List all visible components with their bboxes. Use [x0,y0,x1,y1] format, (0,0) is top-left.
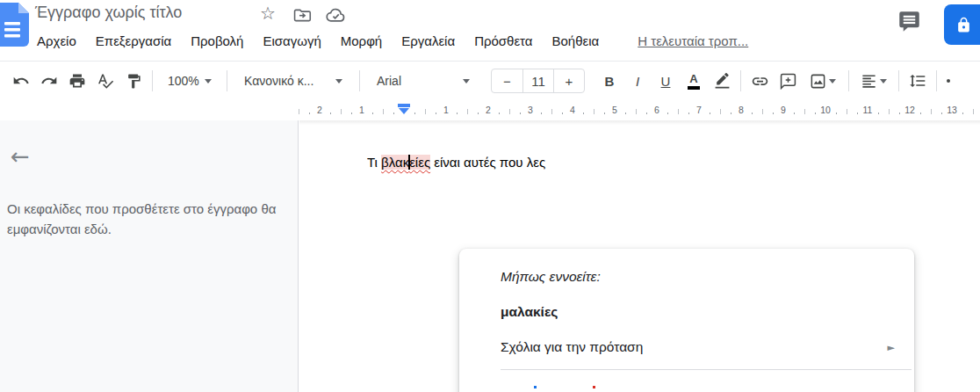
ruler-tick [762,109,763,114]
ruler-tick [688,113,689,114]
chevron-down-icon [829,79,836,83]
ruler-tick [457,113,458,114]
increase-font-size-button[interactable]: + [553,69,584,93]
ruler[interactable]: 2112345678910111213 [299,101,980,120]
italic-button[interactable]: I [623,67,652,95]
menu-tools[interactable]: Εργαλεία [401,33,455,48]
spellcheck-button[interactable] [91,67,119,95]
menu-insert[interactable]: Εισαγωγή [263,33,321,48]
undo-button[interactable] [7,67,35,95]
ruler-tick [509,109,510,114]
document-text-line: Τι βλακείες είναι αυτές που λες [367,155,545,170]
ruler-tick [625,113,626,114]
ruler-number: 4 [570,105,575,115]
ruler-number: 11 [863,105,873,115]
menu-addons[interactable]: Πρόσθετα [474,33,532,48]
print-button[interactable] [63,67,91,95]
ruler-tick [878,113,879,114]
underline-label: U [661,74,671,89]
toolbar-divider [936,70,937,91]
ruler-number: 2 [486,105,491,115]
ruler-number: 1 [359,105,364,115]
toolbar-divider [359,70,360,91]
menu-file[interactable]: Αρχείο [37,33,76,48]
ruler-tick [499,113,500,114]
word-part-after-caret: είες [409,155,430,170]
ruler-tick [941,113,942,114]
suggestion-item[interactable]: μαλακίες [459,295,914,329]
ruler-tick [551,109,552,114]
toolbar-divider [227,70,227,91]
ruler-tick [931,109,932,114]
chevron-down-icon [205,79,212,83]
ruler-tick [836,113,837,114]
zoom-select[interactable]: 100% [161,67,219,95]
ruler-tick [351,113,352,114]
align-button[interactable] [854,67,894,95]
ruler-number: 5 [612,105,617,115]
ruler-tick [899,113,900,114]
last-edit-link[interactable]: Η τελευταία τροπ... [638,33,748,48]
ruler-number: 3 [528,105,533,115]
ruler-number: 13 [947,105,957,115]
menu-format[interactable]: Μορφή [341,33,382,48]
menu-help[interactable]: Βοήθεια [552,33,600,48]
decrease-font-size-button[interactable]: − [492,69,522,93]
ruler-number: 7 [696,105,702,115]
submenu-arrow-icon: ► [888,342,895,353]
ruler-tick [752,113,753,114]
underline-button[interactable]: U [652,67,680,95]
font-select[interactable]: Arial [370,67,477,95]
toolbar: 100% Κανονικό κ... Arial − 11 + B I U A [0,61,980,100]
text-color-button[interactable]: A [680,67,708,95]
ruler-tick [646,113,647,114]
menu-bar: Αρχείο Επεξεργασία Προβολή Εισαγωγή Μορφ… [37,29,748,52]
misspelled-word[interactable]: βλακείες [381,155,430,170]
zoom-value: 100% [168,74,199,88]
ruler-tick [720,109,721,114]
toolbar-divider [898,70,899,91]
text-color-swatch [688,86,700,90]
line-spacing-button[interactable] [904,67,932,95]
ruler-tick [636,109,637,114]
highlight-color-button[interactable] [708,67,736,95]
ruler-tick [309,113,310,114]
ruler-tick [541,113,542,114]
menu-view[interactable]: Προβολή [191,33,243,48]
chevron-down-icon [463,79,470,83]
cloud-saved-icon[interactable] [326,6,346,25]
ruler-tick [889,109,890,114]
paint-format-button[interactable] [119,67,148,95]
insert-link-button[interactable] [746,67,774,95]
toolbar-divider [848,70,849,91]
google-docs-logo-icon[interactable] [0,3,29,47]
comment-history-icon[interactable] [897,10,921,33]
move-to-folder-icon[interactable] [293,6,312,25]
paragraph-style-select[interactable]: Κανονικό κ... [237,67,349,95]
document-title[interactable]: Έγγραφο χωρίς τίτλο [35,4,182,22]
sentence-comments-item[interactable]: Σχόλια για την πρόταση ► [459,330,914,364]
toolbar-divider [740,70,741,91]
header-bar: Έγγραφο χωρίς τίτλο ☆ Αρχείο Επεξεργασία… [0,0,980,60]
text-before: Τι [367,155,381,170]
share-button[interactable] [944,4,980,45]
ruler-tick [678,109,679,114]
close-outline-icon[interactable]: ← [11,145,30,168]
chevron-down-icon [880,79,887,83]
indent-marker-triangle[interactable] [399,108,409,114]
add-comment-button[interactable] [774,67,802,95]
ruler-tick [773,113,774,114]
redo-button[interactable] [35,67,63,95]
menu-divider [501,369,912,370]
font-size-input[interactable]: 11 [522,69,553,93]
text-after: είναι αυτές που λες [430,155,545,170]
partial-item-text [534,386,537,388]
menu-edit[interactable]: Επεξεργασία [96,33,171,48]
ruler-tick [973,109,974,114]
insert-image-button[interactable] [802,67,844,95]
bold-button[interactable]: B [595,67,623,95]
style-value: Κανονικό κ... [244,74,313,88]
ruler-tick [794,113,795,114]
star-icon[interactable]: ☆ [260,3,276,24]
indent-marker-bar[interactable] [398,104,410,107]
